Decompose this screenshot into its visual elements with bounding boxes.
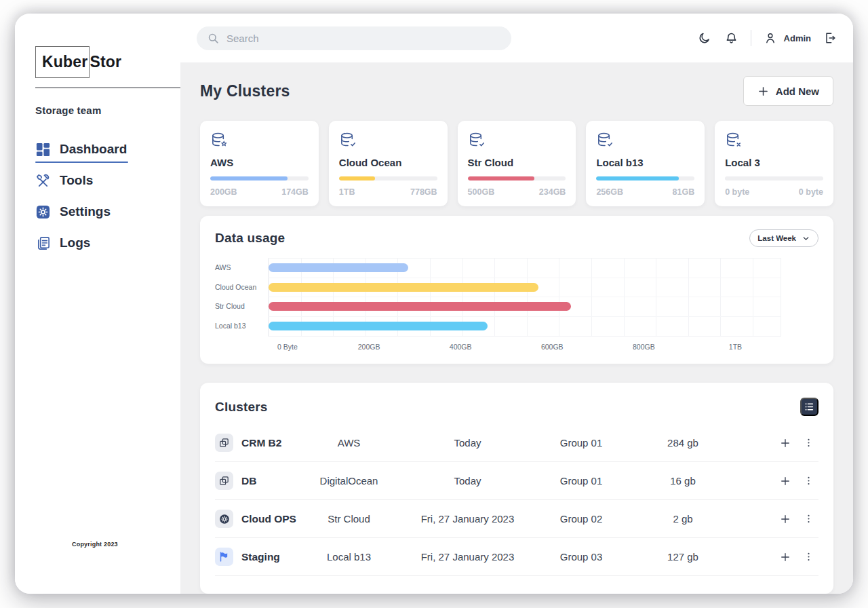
copy-icon	[218, 475, 230, 487]
database-check-icon	[339, 131, 357, 149]
card-name: Local b13	[596, 157, 694, 168]
database-x-icon	[725, 131, 743, 149]
cluster-card-local-b13[interactable]: Local b13 256GB 81GB	[586, 121, 705, 206]
sidebar-item-label: Dashboard	[60, 142, 127, 157]
sidebar-item-dashboard[interactable]: Dashboard	[35, 134, 135, 165]
card-free: 778GB	[410, 187, 437, 197]
list-view-button[interactable]	[800, 398, 818, 416]
cluster-size: 284 gb	[625, 437, 741, 449]
table-row[interactable]: DB DigitalOcean Today Group 01 16 gb	[215, 462, 818, 500]
database-check-icon	[468, 131, 486, 149]
cluster-group: Group 03	[537, 551, 625, 563]
add-new-label: Add New	[776, 86, 819, 97]
user-avatar-icon	[762, 30, 778, 46]
card-progress-fill	[468, 176, 534, 180]
card-progress-track	[339, 176, 437, 180]
logo-boxed-text: Kuber	[35, 46, 90, 78]
x-tick-label: 1TB	[729, 343, 742, 351]
chart-plot-area	[268, 258, 781, 337]
chart-bar-aws	[269, 263, 408, 272]
main-area: My Clusters Add New AWS 200GB 174GB	[180, 62, 853, 594]
row-more-button[interactable]	[798, 547, 818, 567]
row-more-button[interactable]	[798, 433, 818, 453]
card-progress-fill	[210, 176, 288, 180]
sidebar-item-settings[interactable]: Settings	[35, 196, 119, 227]
sidebar-item-tools[interactable]: Tools	[35, 165, 101, 196]
kebab-menu-icon	[803, 475, 814, 487]
cluster-cards: AWS 200GB 174GB Cloud Ocean 1TB 778GB	[200, 121, 833, 206]
cluster-card-str-cloud[interactable]: Str Cloud 500GB 234GB	[458, 121, 576, 206]
row-more-button[interactable]	[798, 509, 818, 529]
cluster-provider: AWS	[300, 437, 398, 449]
add-new-button[interactable]: Add New	[743, 76, 833, 106]
chart-category: AWS	[215, 258, 268, 278]
chart-category: Str Cloud	[215, 297, 268, 316]
kebab-menu-icon	[803, 551, 814, 563]
topbar: Admin	[180, 14, 853, 62]
card-total: 500GB	[468, 187, 495, 197]
clusters-title: Clusters	[215, 400, 268, 415]
plus-icon	[779, 437, 791, 449]
card-name: AWS	[210, 157, 309, 168]
chart-category-labels: AWS Cloud Ocean Str Cloud Local b13	[215, 258, 268, 337]
data-usage-title: Data usage	[215, 231, 285, 246]
cluster-date: Fri, 27 January 2023	[398, 513, 537, 525]
card-progress-track	[210, 176, 309, 180]
table-row[interactable]: Cloud OPS Str Cloud Fri, 27 January 2023…	[215, 500, 818, 538]
team-label: Storage team	[35, 104, 180, 116]
table-row[interactable]: CRM B2 AWS Today Group 01 284 gb	[215, 424, 818, 462]
card-name: Str Cloud	[468, 157, 566, 168]
cluster-group: Group 01	[537, 475, 625, 487]
search-box	[197, 26, 511, 50]
card-total: 200GB	[210, 187, 237, 197]
cluster-card-local-3[interactable]: Local 3 0 byte 0 byte	[715, 121, 833, 206]
user-menu[interactable]: Admin	[762, 30, 811, 46]
row-add-button[interactable]	[772, 509, 798, 529]
row-more-button[interactable]	[798, 471, 818, 491]
app-window: KuberStor Storage team Dashboard Tools	[15, 14, 853, 594]
settings-icon	[35, 204, 51, 220]
chart-bar-local-b13	[269, 322, 488, 330]
row-add-button[interactable]	[772, 433, 798, 453]
logout-icon[interactable]	[822, 30, 838, 46]
cluster-date: Fri, 27 January 2023	[398, 551, 537, 563]
notifications-bell-icon[interactable]	[724, 30, 740, 46]
plus-icon	[757, 86, 769, 97]
dashboard-icon	[35, 142, 51, 157]
app-logo: KuberStor	[35, 46, 180, 78]
cluster-size: 2 gb	[625, 513, 741, 525]
sidebar-item-logs[interactable]: Logs	[35, 227, 98, 259]
period-dropdown[interactable]: Last Week	[749, 229, 818, 247]
topbar-actions: Admin	[696, 30, 838, 46]
cluster-group: Group 01	[537, 437, 625, 449]
card-free: 174GB	[281, 187, 309, 197]
cluster-size: 127 gb	[625, 551, 741, 563]
cluster-provider: Str Cloud	[300, 513, 398, 525]
search-icon	[207, 32, 220, 45]
logo-rest-text: Stor	[90, 47, 121, 77]
tools-icon	[35, 173, 51, 189]
logs-icon	[35, 235, 51, 251]
sidebar-item-label: Settings	[60, 204, 111, 219]
chevron-down-icon	[802, 234, 810, 243]
x-tick-label: 0 Byte	[277, 343, 298, 351]
sidebar-item-label: Logs	[60, 235, 90, 250]
sidebar-nav: Dashboard Tools Settings Logs	[35, 134, 180, 259]
row-add-button[interactable]	[772, 471, 798, 491]
cluster-date: Today	[398, 437, 537, 449]
table-row[interactable]: Staging Local b13 Fri, 27 January 2023 G…	[215, 538, 818, 576]
cluster-card-aws[interactable]: AWS 200GB 174GB	[200, 121, 319, 206]
cluster-provider: DigitalOcean	[300, 475, 398, 487]
card-name: Local 3	[725, 157, 823, 168]
card-progress-track	[725, 176, 823, 180]
search-input[interactable]	[197, 26, 511, 50]
card-free: 234GB	[539, 187, 566, 197]
x-tick-label: 400GB	[450, 343, 472, 351]
chart-x-axis: 0 Byte200GB400GB600GB800GB1TB	[277, 341, 781, 354]
card-total: 1TB	[339, 187, 355, 197]
row-add-button[interactable]	[772, 547, 798, 567]
cluster-card-cloud-ocean[interactable]: Cloud Ocean 1TB 778GB	[329, 121, 448, 206]
dark-mode-toggle[interactable]	[696, 30, 713, 46]
cluster-provider: Local b13	[300, 551, 398, 563]
flag-icon	[218, 551, 230, 563]
